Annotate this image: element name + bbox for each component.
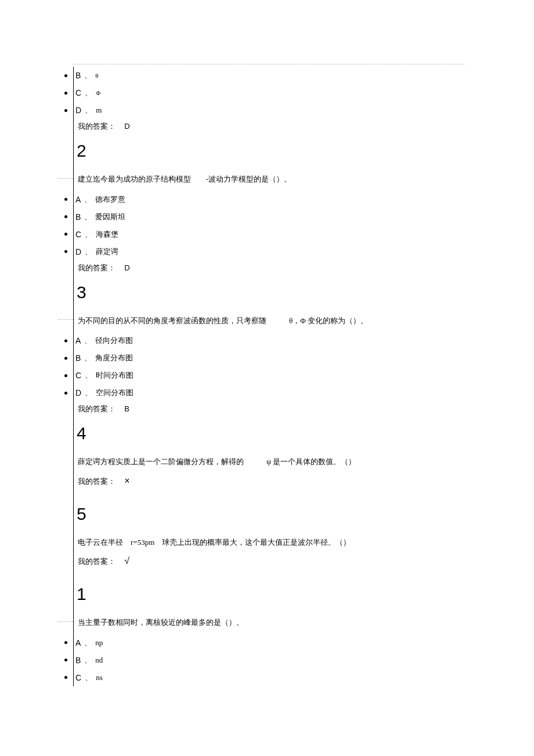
- my-answer: 我的答案： B: [77, 401, 464, 415]
- question-text: 电子云在半径 r=53pm 球壳上出现的概率最大，这个最大值正是波尔半径。（）: [77, 529, 464, 554]
- answer-value: B: [124, 404, 129, 413]
- option-label: B: [75, 353, 81, 363]
- answer-label: 我的答案：: [78, 263, 116, 272]
- option-text: 爱因斯坦: [95, 212, 125, 222]
- option-label: B: [75, 71, 81, 80]
- bullet-icon: [64, 659, 67, 661]
- option-separator: 、: [85, 388, 92, 398]
- option-row: A、径向分布图: [64, 332, 464, 349]
- option-row: D、空间分布图: [64, 384, 464, 401]
- option-row: B、角度分布图: [64, 349, 464, 367]
- option-row: D 、 m: [64, 102, 464, 119]
- option-separator: 、: [85, 672, 92, 683]
- answer-symbol-wrong-icon: ×: [124, 476, 129, 486]
- bullet-icon: [64, 215, 67, 218]
- option-text: m: [96, 106, 102, 115]
- bullet-icon: [64, 74, 67, 77]
- option-text: np: [95, 638, 103, 648]
- bullet-icon: [64, 250, 67, 253]
- my-answer: 我的答案： D: [77, 261, 464, 274]
- bullet-icon: [64, 676, 67, 679]
- option-row: C、时间分布图: [64, 367, 464, 384]
- bullet-icon: [64, 641, 67, 644]
- option-label: C: [75, 371, 81, 380]
- option-label: A: [75, 336, 81, 345]
- question-text: 薛定谔方程实质上是一个二阶偏微分方程，解得的 ψ 是一个具体的数值。（）: [77, 448, 464, 473]
- option-row: D、薛定谔: [64, 243, 464, 261]
- question-number: 2: [77, 133, 464, 165]
- option-label: B: [75, 656, 81, 665]
- option-text: 径向分布图: [95, 335, 133, 346]
- option-label: A: [75, 195, 81, 204]
- option-label: C: [75, 673, 81, 682]
- bullet-icon: [64, 198, 67, 201]
- document-content: B 、 θ C 、 Φ D 、 m 我的答案： D 2 建立迄今最为成功的原子结…: [73, 67, 464, 686]
- option-text: 海森堡: [96, 229, 118, 240]
- option-row: C 、 Φ: [64, 84, 464, 102]
- option-separator: 、: [84, 70, 92, 81]
- answer-label: 我的答案：: [78, 477, 116, 486]
- option-text: 空间分布图: [96, 388, 134, 398]
- option-separator: 、: [85, 88, 92, 98]
- option-row: C、ns: [64, 669, 464, 686]
- option-row: A、德布罗意: [64, 191, 464, 208]
- answer-label: 我的答案：: [78, 404, 116, 413]
- option-label: D: [75, 247, 81, 256]
- bullet-icon: [64, 357, 67, 360]
- option-text: θ: [95, 72, 98, 79]
- question-number: 3: [77, 274, 464, 307]
- question-number: 5: [77, 496, 464, 529]
- option-row: B 、 θ: [64, 67, 464, 84]
- option-separator: 、: [84, 655, 92, 665]
- option-text: 德布罗意: [95, 194, 125, 205]
- my-answer: 我的答案： D: [77, 119, 464, 133]
- option-separator: 、: [84, 638, 92, 648]
- answer-label: 我的答案：: [78, 122, 116, 131]
- option-text: nd: [95, 656, 103, 665]
- option-row: B、nd: [64, 652, 464, 669]
- my-answer: 我的答案： ×: [77, 473, 464, 488]
- option-label: D: [75, 106, 81, 115]
- answer-value: D: [124, 122, 129, 131]
- page-top-divider: [73, 64, 464, 64]
- option-separator: 、: [84, 212, 92, 222]
- option-label: A: [75, 638, 81, 648]
- answer-symbol-check-icon: √: [124, 556, 129, 566]
- option-text: 角度分布图: [95, 353, 133, 363]
- option-label: C: [75, 230, 81, 239]
- option-row: A、np: [64, 634, 464, 652]
- option-text: 时间分布图: [96, 370, 134, 381]
- option-text: 薛定谔: [96, 247, 118, 257]
- question-text: 为不同的目的从不同的角度考察波函数的性质，只考察随 θ，Φ 变化的称为（）。: [77, 307, 464, 332]
- bullet-icon: [64, 392, 67, 395]
- my-answer: 我的答案： √: [77, 554, 464, 568]
- bullet-icon: [64, 109, 67, 112]
- option-row: C、海森堡: [64, 226, 464, 243]
- option-separator: 、: [85, 229, 92, 240]
- answer-value: D: [124, 263, 129, 272]
- option-separator: 、: [84, 353, 92, 363]
- option-separator: 、: [84, 194, 92, 205]
- option-label: D: [75, 388, 81, 397]
- option-separator: 、: [85, 370, 92, 381]
- bullet-icon: [64, 374, 67, 377]
- question-text: 建立迄今最为成功的原子结构模型 -波动力学模型的是（）。: [77, 165, 464, 191]
- question-text: 当主量子数相同时，离核较近的峰最多的是（）。: [77, 609, 464, 634]
- bullet-icon: [64, 92, 67, 95]
- answer-label: 我的答案：: [78, 557, 116, 566]
- option-label: C: [75, 88, 81, 97]
- question-number: 4: [77, 415, 464, 448]
- bullet-icon: [64, 339, 67, 342]
- bullet-icon: [64, 233, 67, 236]
- option-row: B、爱因斯坦: [64, 208, 464, 226]
- option-separator: 、: [85, 247, 92, 257]
- option-text: Φ: [96, 89, 100, 96]
- option-text: ns: [96, 673, 103, 682]
- question-number: 1: [77, 576, 464, 609]
- option-label: B: [75, 212, 81, 222]
- option-separator: 、: [85, 105, 92, 115]
- option-separator: 、: [84, 335, 92, 346]
